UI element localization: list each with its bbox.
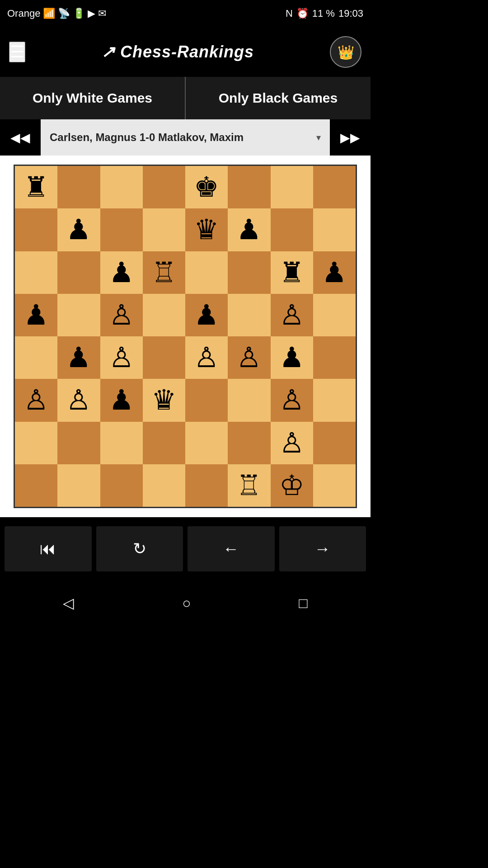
next-game-button[interactable]: ▶▶ [330,119,371,156]
cell-0-1[interactable] [57,166,100,208]
cell-7-4[interactable] [185,464,228,507]
cell-0-3[interactable] [143,166,185,208]
logo-text: ↗ Chess-Rankings [101,42,254,61]
battery-charging-icon: 🔋 [73,8,85,19]
cell-4-7[interactable] [313,336,356,379]
cell-6-4[interactable] [185,422,228,464]
cell-3-5[interactable] [228,294,270,336]
android-recent-button[interactable]: □ [299,595,307,612]
cell-1-2[interactable] [100,208,143,251]
rewind-button[interactable]: ⏮ [5,526,92,571]
cell-2-5[interactable] [228,251,270,294]
profile-button[interactable]: 👑 [330,36,361,68]
only-black-games-button[interactable]: Only Black Games [186,77,371,119]
cell-2-6[interactable]: ♜ [271,251,313,294]
alarm-icon: ⏰ [296,8,309,19]
cell-2-7[interactable]: ♟ [313,251,356,294]
cell-4-4[interactable]: ♙ [185,336,228,379]
cell-7-7[interactable] [313,464,356,507]
status-left: Orange 📶 📡 🔋 ▶ ✉ [7,8,106,19]
wifi-icon: 📡 [58,8,70,19]
cell-1-3[interactable] [143,208,185,251]
cell-1-5[interactable]: ♟ [228,208,270,251]
cell-0-4[interactable]: ♚ [185,166,228,208]
cell-5-5[interactable] [228,379,270,421]
cell-6-1[interactable] [57,422,100,464]
cell-4-6[interactable]: ♟ [271,336,313,379]
game-title: Carlsen, Magnus 1-0 Matlakov, Maxim [50,131,244,144]
cell-5-6[interactable]: ♙ [271,379,313,421]
only-white-games-button[interactable]: Only White Games [0,77,186,119]
cell-6-2[interactable] [100,422,143,464]
cell-3-4[interactable]: ♟ [185,294,228,336]
cell-2-3[interactable]: ♖ [143,251,185,294]
cell-6-7[interactable] [313,422,356,464]
battery-text: 11 % [312,8,335,19]
android-nav: ◁ ○ □ [0,580,371,626]
cell-7-6[interactable]: ♔ [271,464,313,507]
cell-4-3[interactable] [143,336,185,379]
chess-board: ♜♚♟♛♟♟♖♜♟♟♙♟♙♟♙♙♙♟♙♙♟♛♙♙♖♔ [14,165,357,508]
cell-1-7[interactable] [313,208,356,251]
filter-buttons: Only White Games Only Black Games [0,77,371,119]
cell-3-7[interactable] [313,294,356,336]
cell-4-0[interactable] [15,336,57,379]
cell-2-1[interactable] [57,251,100,294]
game-selector: ◀◀ Carlsen, Magnus 1-0 Matlakov, Maxim ▾… [0,119,371,156]
youtube-icon: ▶ [88,8,95,19]
cell-0-5[interactable] [228,166,270,208]
profile-icon: 👑 [338,44,354,60]
cell-3-6[interactable]: ♙ [271,294,313,336]
carrier-text: Orange [7,8,40,19]
status-bar: Orange 📶 📡 🔋 ▶ ✉ N ⏰ 11 % 19:03 [0,0,371,27]
cell-3-2[interactable]: ♙ [100,294,143,336]
forward-button[interactable]: → [279,526,366,571]
cell-1-0[interactable] [15,208,57,251]
cell-5-0[interactable]: ♙ [15,379,57,421]
prev-game-button[interactable]: ◀◀ [0,119,41,156]
logo-area: ↗ Chess-Rankings [101,42,254,61]
time-text: 19:03 [338,8,363,19]
cell-7-1[interactable] [57,464,100,507]
signal-icon: 📶 [43,8,55,19]
cell-7-5[interactable]: ♖ [228,464,270,507]
android-back-button[interactable]: ◁ [63,594,74,612]
cell-0-0[interactable]: ♜ [15,166,57,208]
cell-1-6[interactable] [271,208,313,251]
cell-1-1[interactable]: ♟ [57,208,100,251]
cell-6-5[interactable] [228,422,270,464]
cell-4-2[interactable]: ♙ [100,336,143,379]
android-home-button[interactable]: ○ [182,595,191,612]
refresh-button[interactable]: ↻ [96,526,183,571]
nfc-icon: N [286,8,293,19]
cell-5-1[interactable]: ♙ [57,379,100,421]
cell-3-3[interactable] [143,294,185,336]
cell-6-6[interactable]: ♙ [271,422,313,464]
cell-0-6[interactable] [271,166,313,208]
cell-1-4[interactable]: ♛ [185,208,228,251]
control-buttons: ⏮ ↻ ← → [0,517,371,580]
cell-3-0[interactable]: ♟ [15,294,57,336]
cell-5-2[interactable]: ♟ [100,379,143,421]
mail-icon: ✉ [98,8,106,19]
board-container: ♜♚♟♛♟♟♖♜♟♟♙♟♙♟♙♙♙♟♙♙♟♛♙♙♖♔ [0,156,371,517]
cell-5-7[interactable] [313,379,356,421]
cell-6-0[interactable] [15,422,57,464]
cell-6-3[interactable] [143,422,185,464]
cell-2-4[interactable] [185,251,228,294]
cell-7-2[interactable] [100,464,143,507]
cell-0-7[interactable] [313,166,356,208]
cell-0-2[interactable] [100,166,143,208]
cell-2-0[interactable] [15,251,57,294]
cell-4-5[interactable]: ♙ [228,336,270,379]
back-button[interactable]: ← [188,526,275,571]
cell-4-1[interactable]: ♟ [57,336,100,379]
hamburger-button[interactable]: ☰ [9,42,25,62]
game-title-area[interactable]: Carlsen, Magnus 1-0 Matlakov, Maxim ▾ [41,119,330,156]
cell-7-0[interactable] [15,464,57,507]
cell-7-3[interactable] [143,464,185,507]
cell-3-1[interactable] [57,294,100,336]
cell-5-3[interactable]: ♛ [143,379,185,421]
cell-5-4[interactable] [185,379,228,421]
cell-2-2[interactable]: ♟ [100,251,143,294]
